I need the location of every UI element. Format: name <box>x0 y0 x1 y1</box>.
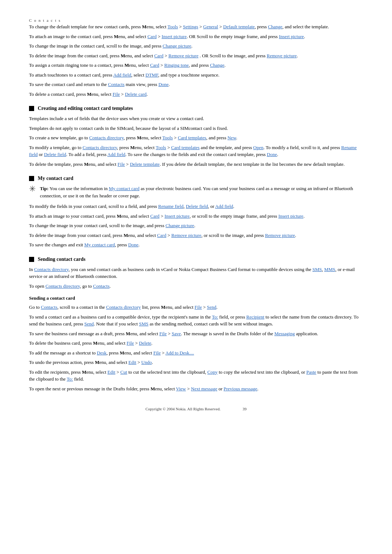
link-cut[interactable]: Cut <box>121 369 127 375</box>
link-change-2[interactable]: Change <box>210 62 225 68</box>
send-card-p5: To add the message as a shortcut to Desk… <box>29 349 363 357</box>
send-card-p8: To open the next or previous message in … <box>29 385 363 393</box>
send-card-p7: To edit the recipients, press Menu, sele… <box>29 369 363 383</box>
link-view[interactable]: View <box>176 386 186 391</box>
link-to-field-2[interactable]: To: <box>67 376 73 382</box>
link-edit-1[interactable]: Edit <box>128 360 136 365</box>
link-contacts-dir-1[interactable]: Contacts directory <box>89 135 124 140</box>
link-rename-field-2[interactable]: Rename field <box>158 204 184 209</box>
link-delete-card[interactable]: Delete card <box>125 91 147 97</box>
link-new[interactable]: New <box>228 135 236 140</box>
intro-p4: To delete the image from the contact car… <box>29 52 363 59</box>
link-to-field[interactable]: To: <box>212 314 218 320</box>
tip-text: Tip: You can use the information in My c… <box>40 185 363 199</box>
link-messaging[interactable]: Messaging <box>274 331 295 336</box>
templates-p2: Templates do not apply to contact cards … <box>29 125 363 132</box>
link-paste[interactable]: Paste <box>306 369 316 375</box>
link-mms-1[interactable]: MMS <box>324 267 335 272</box>
link-insert-picture-2[interactable]: Insert picture <box>279 34 304 39</box>
page-header: C o n t a c t s <box>29 17 363 23</box>
link-desk[interactable]: Desk <box>97 350 107 356</box>
my-contact-p5: To save the changes and exit My contact … <box>29 241 363 249</box>
link-change-1[interactable]: Change <box>268 24 282 29</box>
link-card-templates-1[interactable]: Card templates <box>178 135 206 140</box>
templates-p3: To create a new template, go to Contacts… <box>29 134 363 141</box>
link-change-picture-2[interactable]: Change picture <box>166 223 194 228</box>
link-edit-2[interactable]: Edit <box>107 369 115 375</box>
section-heading-my-contact: My contact card <box>29 176 363 181</box>
link-default-template[interactable]: Default template <box>223 24 255 29</box>
link-add-to-desk[interactable]: Add to Desk.... <box>166 350 194 356</box>
section-heading-templates: Creating and editing contact card templa… <box>29 106 363 111</box>
link-tools-2[interactable]: Tools <box>162 135 173 140</box>
link-send-1[interactable]: Send <box>207 304 216 310</box>
link-card-5[interactable]: Card <box>157 233 166 238</box>
section-title-sending: Sending contact cards <box>38 257 85 262</box>
link-tools[interactable]: Tools <box>168 24 178 29</box>
intro-p6: To attach touchtones to a contact card, … <box>29 71 363 79</box>
link-sms-2[interactable]: SMS <box>139 321 148 327</box>
link-done-3[interactable]: Done <box>128 242 138 247</box>
link-contacts-3[interactable]: Contacts <box>41 304 58 310</box>
intro-p2: To attach an image to the contact card, … <box>29 33 363 40</box>
link-done-2[interactable]: Done <box>267 152 277 157</box>
link-done-1[interactable]: Done <box>158 82 168 87</box>
link-contacts-dir-4[interactable]: Contacts directory <box>45 283 80 289</box>
link-save[interactable]: Save <box>172 331 181 336</box>
link-delete-template[interactable]: Delete template <box>130 161 160 167</box>
link-dtmf[interactable]: DTMF <box>146 72 158 78</box>
link-contacts-dir-2[interactable]: Contacts directory <box>82 145 117 150</box>
link-card-2[interactable]: Card <box>154 53 163 58</box>
link-copy[interactable]: Copy <box>207 369 217 375</box>
section-heading-sending: Sending contact cards <box>29 257 363 262</box>
link-card-3[interactable]: Card <box>150 62 159 68</box>
link-card-4[interactable]: Card <box>150 213 159 219</box>
link-open[interactable]: Open <box>253 145 264 150</box>
link-sms-1[interactable]: SMS <box>313 267 322 272</box>
link-file-4[interactable]: File <box>159 331 167 336</box>
link-contacts-1[interactable]: Contacts <box>108 82 124 87</box>
link-settings[interactable]: Settings <box>183 24 198 29</box>
link-card-templates-2[interactable]: Card templates <box>171 145 200 150</box>
link-file-1[interactable]: File <box>113 91 120 97</box>
link-contacts-dir-5[interactable]: Contacts directory <box>106 304 141 310</box>
intro-p8: To delete a contact card, press Menu, se… <box>29 91 363 98</box>
link-contacts-2[interactable]: Contacts <box>93 283 110 289</box>
link-file-3[interactable]: File <box>195 304 202 310</box>
link-file-2[interactable]: File <box>118 161 125 167</box>
link-remove-picture-1[interactable]: Remove picture <box>168 53 199 58</box>
tip-icon: ✳ <box>29 184 36 194</box>
link-next-message[interactable]: Next message <box>191 386 217 391</box>
link-file-5[interactable]: File <box>127 340 134 346</box>
link-delete-field-1[interactable]: Delete field <box>44 152 66 157</box>
send-card-p2: To send a contact card as a business car… <box>29 313 363 328</box>
link-undo[interactable]: Undo <box>141 360 152 365</box>
link-my-contact-card-exit[interactable]: My contact card <box>84 242 115 247</box>
link-previous-message[interactable]: Previous message <box>224 386 257 391</box>
link-contacts-dir-3[interactable]: Contacts directory <box>34 267 69 272</box>
link-file-6[interactable]: File <box>153 350 160 356</box>
link-send-2[interactable]: Send <box>84 321 94 327</box>
link-change-picture-1[interactable]: Change picture <box>163 43 191 49</box>
link-remove-picture-3[interactable]: Remove picture <box>171 233 201 238</box>
link-insert-picture-4[interactable]: Insert picture <box>278 213 303 219</box>
link-remove-picture-4[interactable]: Remove picture <box>265 233 295 238</box>
intro-p3: To change the image in the contact card,… <box>29 42 363 50</box>
link-insert-picture-3[interactable]: Insert picture <box>164 213 189 219</box>
link-card-1[interactable]: Card <box>147 34 156 39</box>
subsection-heading-send-card: Sending a contact card <box>29 295 363 301</box>
link-add-field-3[interactable]: Add field <box>215 204 233 209</box>
link-add-field-2[interactable]: Add field <box>107 152 125 157</box>
link-tools-3[interactable]: Tools <box>156 145 166 150</box>
link-delete[interactable]: Delete <box>139 340 151 346</box>
link-general[interactable]: General <box>203 24 218 29</box>
my-contact-p1: To modify the fields in your contact car… <box>29 203 363 210</box>
link-delete-field-2[interactable]: Delete field <box>186 204 208 209</box>
link-ringing-tone[interactable]: Ringing tone <box>164 62 189 68</box>
link-remove-picture-2[interactable]: Remove picture <box>267 53 297 58</box>
link-insert-picture-1[interactable]: Insert picture <box>162 34 187 39</box>
link-recipient[interactable]: Recipient <box>246 314 264 320</box>
link-my-contact-card-tip[interactable]: My contact card <box>109 186 139 191</box>
page-number: 39 <box>242 407 246 411</box>
link-add-field-1[interactable]: Add field <box>113 72 131 78</box>
